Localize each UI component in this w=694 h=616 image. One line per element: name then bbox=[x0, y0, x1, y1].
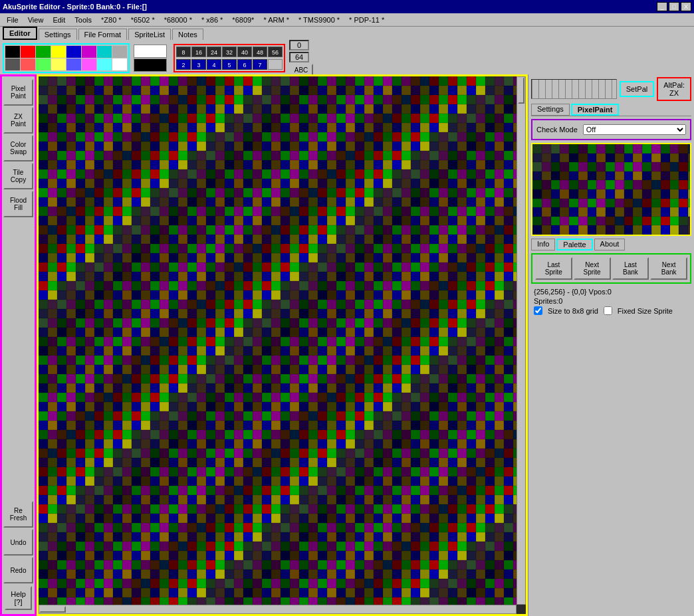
palette-color-13[interactable] bbox=[82, 58, 96, 70]
help-button[interactable]: Help[?] bbox=[5, 586, 32, 610]
main-layout: PixelPaintZXPaintColorSwapTileCopyFloodF… bbox=[0, 74, 694, 616]
fixed-size-label: Fixed Size Sprite bbox=[618, 307, 673, 315]
sixtyfour-input[interactable] bbox=[289, 52, 309, 62]
mini-canvas bbox=[532, 144, 690, 235]
menu-item-z80[interactable]: *Z80 * bbox=[97, 15, 126, 25]
color-swap-tool[interactable]: ColorSwap bbox=[3, 135, 33, 161]
toolbar-spacer bbox=[3, 219, 33, 500]
size-to-grid-checkbox[interactable] bbox=[534, 306, 542, 315]
undo-button[interactable]: Undo bbox=[3, 529, 33, 556]
pal-num-r1-2: 24 bbox=[207, 47, 221, 57]
refresh-button[interactable]: ReFresh bbox=[3, 501, 33, 528]
palette-color-6[interactable] bbox=[97, 46, 112, 58]
menu-item-pdp11[interactable]: * PDP-11 * bbox=[345, 15, 388, 25]
redo-button[interactable]: Redo bbox=[3, 557, 33, 583]
pal-num-r1-6: 56 bbox=[268, 47, 283, 57]
ruler-marks bbox=[532, 80, 616, 98]
pal-num-r2-2: 4 bbox=[207, 59, 221, 70]
alt-pal-label: AltPal:ZX bbox=[663, 81, 685, 97]
zero-input[interactable] bbox=[289, 40, 309, 51]
palette-color-9[interactable] bbox=[21, 58, 35, 70]
pal-num-r2-1: 3 bbox=[191, 59, 206, 70]
next-bank-button[interactable]: NextBank bbox=[650, 257, 687, 280]
palette-color-3[interactable] bbox=[51, 46, 66, 58]
menu-item-6809[interactable]: *6809* bbox=[228, 15, 258, 25]
wb-color-0[interactable] bbox=[134, 45, 167, 58]
tab-about[interactable]: About bbox=[594, 239, 626, 251]
menu-item-edit[interactable]: Edit bbox=[49, 15, 69, 25]
palette-color-15[interactable] bbox=[112, 58, 127, 70]
menu-item-arm[interactable]: * ARM * bbox=[259, 15, 293, 25]
tab-notes[interactable]: Notes bbox=[172, 29, 203, 40]
tile-copy-tool[interactable]: TileCopy bbox=[3, 163, 33, 189]
palette-color-2[interactable] bbox=[36, 46, 51, 58]
title-bar: AkuSprite Editor - Sprite:0 Bank:0 - Fil… bbox=[0, 0, 694, 13]
minimize-button[interactable]: _ bbox=[657, 2, 667, 11]
tab-settings[interactable]: Settings bbox=[531, 104, 570, 116]
left-toolbar: PixelPaintZXPaintColorSwapTileCopyFloodF… bbox=[0, 74, 37, 616]
tab-pixelpaint[interactable]: PixelPaint bbox=[571, 104, 620, 116]
palette-color-5[interactable] bbox=[82, 46, 96, 58]
sprites-text: Sprites:0 bbox=[534, 297, 562, 305]
zx-paint-tool[interactable]: ZXPaint bbox=[3, 107, 33, 134]
palette-color-12[interactable] bbox=[66, 58, 81, 70]
check-mode-select[interactable]: Off On bbox=[583, 124, 686, 135]
canvas-area bbox=[37, 74, 528, 616]
palette-color-8[interactable] bbox=[5, 58, 20, 70]
palette-color-10[interactable] bbox=[36, 58, 51, 70]
menu-item-6502[interactable]: *6502 * bbox=[127, 15, 159, 25]
menu-item-x86[interactable]: * x86 * bbox=[197, 15, 227, 25]
tab-spritelist[interactable]: SpriteList bbox=[128, 29, 171, 40]
h-scroll-thumb[interactable] bbox=[39, 606, 66, 613]
pal-num-r1-0: 8 bbox=[176, 47, 191, 57]
sprite-canvas[interactable] bbox=[39, 76, 517, 605]
flood-fill-tool[interactable]: FloodFill bbox=[3, 191, 33, 217]
check-mode-label: Check Mode bbox=[536, 126, 578, 134]
sprites-row: Sprites:0 bbox=[534, 297, 689, 305]
last-sprite-button[interactable]: LastSprite bbox=[535, 257, 572, 280]
tab-settings[interactable]: Settings bbox=[39, 29, 77, 40]
palette-color-0[interactable] bbox=[5, 46, 20, 58]
set-pal-button[interactable]: SetPal bbox=[620, 81, 654, 97]
palette-color-14[interactable] bbox=[97, 58, 112, 70]
pal-num-r2-0: 2 bbox=[176, 59, 191, 70]
status-bar: {256,256} - {0,0} Vpos:0 Sprites:0 Size … bbox=[531, 286, 691, 316]
v-scrollbar[interactable] bbox=[517, 76, 526, 605]
menu-item-tms9900[interactable]: * TMS9900 * bbox=[294, 15, 344, 25]
menu-item-tools[interactable]: Tools bbox=[70, 15, 96, 25]
main-tabs-row: EditorSettingsFile FormatSpriteListNotes bbox=[0, 27, 694, 41]
pal-num-r1-3: 32 bbox=[222, 47, 237, 57]
check-mode-row: Check Mode Off On bbox=[536, 124, 686, 135]
tab-info[interactable]: Info bbox=[531, 239, 555, 251]
close-button[interactable]: X bbox=[681, 2, 691, 11]
tab-editor[interactable]: Editor bbox=[3, 27, 37, 40]
coords-row: {256,256} - {0,0} Vpos:0 bbox=[534, 288, 689, 296]
palette-color-7[interactable] bbox=[112, 46, 127, 58]
alt-pal-button[interactable]: AltPal:ZX bbox=[657, 77, 691, 101]
wb-color-1[interactable] bbox=[134, 58, 167, 72]
v-scroll-thumb[interactable] bbox=[518, 77, 524, 104]
size-to-grid-label: Size to 8x8 grid bbox=[548, 307, 598, 315]
menu-item-view[interactable]: View bbox=[24, 15, 48, 25]
fixed-size-checkbox[interactable] bbox=[604, 306, 612, 315]
menu-bar: FileViewEditTools*Z80 **6502 **68000 ** … bbox=[0, 13, 694, 27]
tab-file-format[interactable]: File Format bbox=[78, 29, 128, 40]
last-bank-button[interactable]: LastBank bbox=[612, 257, 649, 280]
pixel-paint-tool[interactable]: PixelPaint bbox=[3, 79, 33, 106]
palette-color-11[interactable] bbox=[51, 58, 66, 70]
next-sprite-button[interactable]: NextSprite bbox=[574, 257, 611, 280]
menu-item-68000[interactable]: *68000 * bbox=[160, 15, 196, 25]
palette-color-4[interactable] bbox=[66, 46, 81, 58]
right-panel-tabs: Settings PixelPaint bbox=[531, 104, 691, 116]
palette-color-1[interactable] bbox=[21, 46, 35, 58]
h-scrollbar[interactable] bbox=[39, 605, 517, 614]
window-controls: _ □ X bbox=[657, 2, 691, 11]
right-panel: SetPal AltPal:ZX Settings PixelPaint Che… bbox=[528, 74, 694, 616]
palette-swatches bbox=[3, 43, 130, 73]
maximize-button[interactable]: □ bbox=[669, 2, 679, 11]
tab-palette[interactable]: Palette bbox=[556, 239, 592, 251]
coords-text: {256,256} - {0,0} Vpos:0 bbox=[534, 288, 612, 296]
canvas-inner[interactable] bbox=[39, 76, 517, 605]
pal-num-r1-1: 16 bbox=[191, 47, 206, 57]
menu-item-file[interactable]: File bbox=[3, 15, 23, 25]
